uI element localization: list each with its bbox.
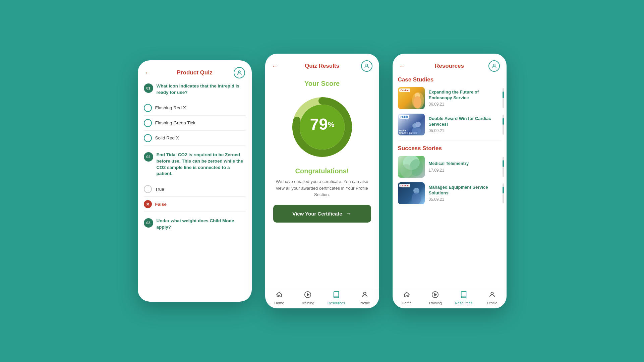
res-training-icon (431, 291, 439, 300)
resources-nav-resources[interactable]: Resources (450, 291, 478, 305)
quiz-header: ← Product Quiz (138, 60, 252, 83)
answer-flashing-red-label: Flashing Red X (155, 105, 186, 110)
answer-solid-red-label: Solid Red X (155, 135, 179, 140)
scroll-indicator-2 (503, 115, 504, 135)
results-back-button[interactable]: ← (272, 63, 278, 70)
answer-flashing-green-label: Flashing Green Tick (155, 120, 195, 125)
success-story-2-date: 05.09.21 (429, 197, 494, 202)
product-quiz-screen: ← Product Quiz 01 What icon indicates th… (138, 60, 252, 302)
case-study-1-thumb: Cardiac (398, 87, 425, 109)
radio-flashing-green (144, 119, 152, 127)
back-button[interactable]: ← (144, 69, 151, 76)
radio-true (144, 185, 152, 193)
scroll-indicator-1 (503, 88, 504, 108)
question-1-badge: 01 (144, 83, 153, 93)
training-icon (304, 291, 311, 300)
philips-logo: Philips (399, 115, 410, 119)
answer-flashing-green[interactable]: Flashing Green Tick (144, 116, 246, 131)
nav-profile-label: Profile (359, 301, 370, 305)
results-profile-icon[interactable] (361, 60, 372, 72)
resources-content: Case Studies Cardiac Expanding the Futur… (393, 76, 507, 288)
res-nav-home-label: Home (402, 301, 411, 305)
quiz-content: 01 What icon indicates that the Intrepid… (138, 83, 252, 302)
cert-arrow-icon: → (346, 210, 352, 217)
answer-flashing-red[interactable]: Flashing Red X (144, 101, 246, 116)
nav-resources[interactable]: Resources (322, 291, 351, 305)
question-2-block: 02 End Tidal CO2 is required to be Zeroe… (144, 152, 246, 212)
answer-true[interactable]: True (144, 182, 246, 197)
resources-nav-profile[interactable]: Profile (478, 291, 507, 305)
case-study-1-info: Expanding the Future of Endoscopy Servic… (429, 89, 494, 107)
case-study-2-title: Double Award Win for Cardiac Services! (429, 116, 494, 127)
case-study-2-date: 05.09.21 (429, 128, 494, 133)
radio-false: ✕ (144, 200, 152, 208)
case-study-2-thumb: Philips GlobalChannel partner (398, 114, 425, 135)
svg-point-1 (366, 64, 368, 66)
res-profile-icon (488, 291, 496, 300)
resources-header: ← Resources (393, 54, 507, 76)
nav-home-label: Home (274, 301, 284, 305)
case-study-1-card[interactable]: Cardiac Expanding the Future of Endoscop… (398, 87, 501, 109)
resources-profile-icon[interactable] (488, 60, 500, 72)
success-story-1-title: Medical Telementry (429, 161, 494, 167)
svg-point-8 (363, 292, 366, 295)
score-circle: 79% (289, 94, 356, 161)
question-2-text: End Tidal CO2 is required to be Zeroed b… (157, 152, 246, 177)
success-story-1-card[interactable]: Medical Telementry 17.09.21 (398, 156, 501, 178)
question-3-header: 03 Under what weight does Child Mode app… (144, 218, 246, 231)
res-nav-profile-label: Profile (487, 301, 497, 305)
success-story-1-date: 17.09.21 (429, 168, 494, 173)
svg-point-0 (238, 71, 240, 73)
results-header: ← Quiz Results (265, 54, 379, 76)
nav-training[interactable]: Training (294, 291, 322, 305)
question-3-block: 03 Under what weight does Child Mode app… (144, 218, 246, 231)
section-divider (398, 140, 501, 140)
answer-false[interactable]: ✕ False (144, 197, 246, 212)
quiz-results-screen: ← Quiz Results Your Score (265, 54, 379, 308)
radio-flashing-red (144, 104, 152, 112)
nav-profile[interactable]: Profile (351, 291, 379, 305)
view-certificate-button[interactable]: View Your Certificate → (273, 205, 371, 223)
res-nav-resources-label: Resources (455, 301, 473, 305)
cert-button-label: View Your Certificate (292, 211, 342, 217)
profile-icon-button[interactable] (234, 67, 245, 78)
success-story-2-thumb: Cardiac (398, 182, 425, 204)
score-section: Your Score 79% Congratulations! We have … (265, 76, 379, 288)
question-1-block: 01 What icon indicates that the Intrepid… (144, 83, 246, 146)
success-story-1-info: Medical Telementry 17.09.21 (429, 161, 494, 173)
quiz-title: Product Quiz (177, 69, 213, 76)
res-nav-training-label: Training (428, 301, 442, 305)
success-story-1-thumb (398, 156, 425, 178)
svg-marker-7 (307, 293, 309, 296)
resources-nav-home[interactable]: Home (393, 291, 421, 305)
success-stories-title: Success Stories (398, 145, 501, 152)
resources-title: Resources (435, 63, 464, 69)
case-study-1-date: 06.09.21 (429, 102, 494, 107)
svg-point-9 (493, 64, 495, 66)
success-story-2-card[interactable]: Cardiac Managed Equipment Service Soluti… (398, 182, 501, 204)
home-icon (276, 291, 283, 300)
svg-point-23 (491, 292, 493, 295)
congrats-title: Congratulations! (295, 167, 349, 175)
nav-training-label: Training (301, 301, 314, 305)
resources-icon (333, 291, 340, 300)
case-study-1-title: Expanding the Future of Endoscopy Servic… (429, 89, 494, 101)
svg-marker-22 (434, 293, 436, 296)
success-story-2-title: Managed Equipment Service Solutions (429, 185, 494, 196)
case-study-2-info: Double Award Win for Cardiac Services! 0… (429, 116, 494, 133)
radio-solid-red (144, 134, 152, 142)
nav-home[interactable]: Home (265, 291, 294, 305)
case-study-2-card[interactable]: Philips GlobalChannel partner Double Awa… (398, 114, 501, 135)
answer-false-label: False (155, 202, 167, 207)
question-2-badge: 02 (144, 152, 153, 162)
answer-solid-red[interactable]: Solid Red X (144, 131, 246, 146)
success-story-2-info: Managed Equipment Service Solutions 05.0… (429, 185, 494, 202)
resources-screen: ← Resources Case Studies Cardiac (393, 54, 507, 308)
question-3-text: Under what weight does Child Mode apply? (157, 218, 246, 231)
question-1-header: 01 What icon indicates that the Intrepid… (144, 83, 246, 96)
results-bottom-nav: Home Training Resources Profile (265, 288, 379, 308)
results-title: Quiz Results (305, 63, 339, 69)
your-score-title: Your Score (304, 80, 340, 87)
resources-back-button[interactable]: ← (399, 63, 405, 70)
resources-nav-training[interactable]: Training (421, 291, 450, 305)
